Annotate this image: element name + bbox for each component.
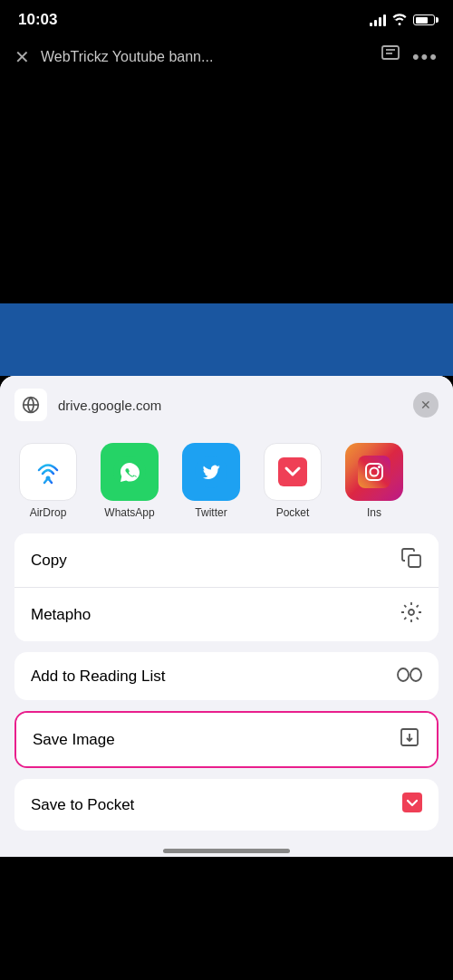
action-group-save-image: Save Image (14, 711, 439, 768)
status-time: 10:03 (18, 11, 57, 29)
browser-toolbar: ✕ WebTrickz Youtube bann... ••• (0, 36, 453, 77)
blue-band (0, 303, 453, 376)
svg-rect-19 (402, 793, 422, 812)
add-reading-list-action[interactable]: Add to Reading List (14, 652, 439, 700)
whatsapp-icon (101, 443, 159, 501)
whatsapp-label: WhatsApp (104, 506, 154, 519)
pocket-icon (264, 443, 322, 501)
copy-action[interactable]: Copy (14, 533, 439, 587)
url-preview-row: drive.google.com ✕ (0, 376, 453, 434)
save-image-action[interactable]: Save Image (16, 713, 437, 766)
instagram-label: Ins (367, 506, 381, 519)
add-reading-list-label: Add to Reading List (31, 668, 165, 686)
action-group-1: Copy Metapho (14, 533, 439, 641)
twitter-label: Twitter (195, 506, 226, 519)
svg-rect-10 (358, 456, 390, 488)
content-area (0, 77, 453, 376)
metapho-icon (400, 601, 422, 628)
pocket-label: Pocket (276, 506, 310, 519)
battery-icon (413, 14, 435, 25)
metapho-action[interactable]: Metapho (14, 587, 439, 641)
home-bar (163, 849, 290, 853)
more-options-icon[interactable]: ••• (412, 45, 439, 69)
browser-title: WebTrickz Youtube bann... (41, 49, 369, 65)
twitter-icon (182, 443, 240, 501)
save-image-label: Save Image (33, 731, 115, 749)
action-group-2: Add to Reading List (14, 652, 439, 700)
share-sheet-close-button[interactable]: ✕ (413, 392, 439, 418)
svg-rect-14 (409, 555, 420, 567)
airdrop-label: AirDrop (30, 506, 67, 519)
app-share-row: AirDrop WhatsApp Twitter (0, 434, 453, 533)
share-app-pocket[interactable]: Pocket (252, 443, 333, 519)
action-list: Copy Metapho (0, 533, 453, 831)
signal-bars-icon (370, 14, 386, 26)
share-app-twitter[interactable]: Twitter (170, 443, 252, 519)
svg-point-16 (398, 668, 409, 681)
svg-rect-0 (382, 46, 399, 59)
home-indicator (0, 841, 453, 857)
svg-point-5 (46, 476, 51, 481)
copy-label: Copy (31, 552, 67, 570)
url-favicon (14, 389, 47, 421)
wifi-icon (391, 13, 408, 28)
save-to-pocket-label: Save to Pocket (31, 796, 134, 814)
airdrop-icon (19, 443, 77, 501)
svg-rect-9 (278, 457, 307, 486)
save-image-icon (399, 726, 420, 753)
url-display: drive.google.com (58, 398, 402, 413)
save-to-pocket-icon (402, 793, 422, 817)
svg-point-17 (410, 668, 421, 681)
svg-point-13 (378, 466, 381, 468)
comment-icon[interactable] (380, 43, 401, 70)
copy-icon (400, 547, 422, 573)
instagram-icon (345, 443, 403, 501)
share-sheet: drive.google.com ✕ (0, 376, 453, 857)
share-app-whatsapp[interactable]: WhatsApp (89, 443, 170, 519)
browser-close-button[interactable]: ✕ (14, 46, 30, 68)
save-to-pocket-action[interactable]: Save to Pocket (14, 779, 439, 831)
svg-point-15 (409, 610, 414, 615)
metapho-label: Metapho (31, 606, 91, 624)
action-group-4: Save to Pocket (14, 779, 439, 831)
share-app-airdrop[interactable]: AirDrop (7, 443, 89, 519)
reading-list-icon (397, 666, 422, 687)
share-app-instagram[interactable]: Ins (333, 443, 415, 519)
status-icons (370, 13, 435, 28)
status-bar: 10:03 (0, 0, 453, 36)
